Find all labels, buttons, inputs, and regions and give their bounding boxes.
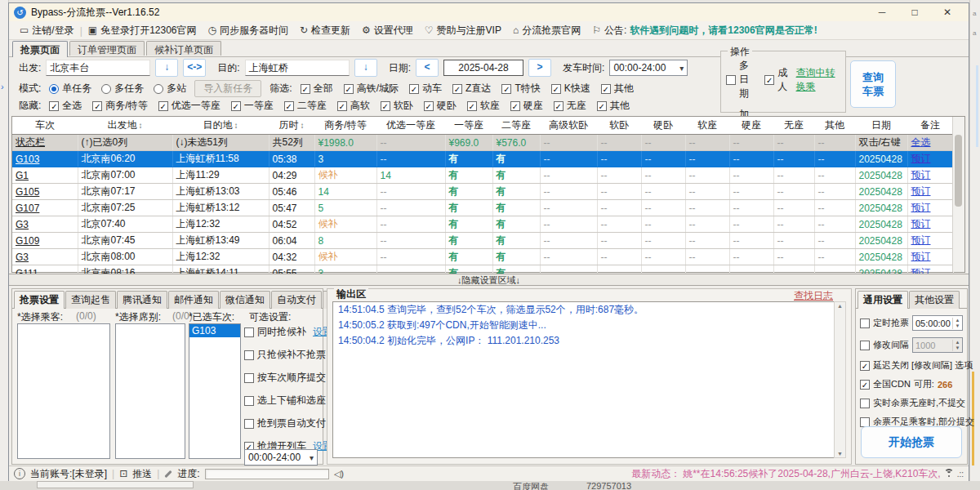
checkbox-同时抢候补[interactable]: 同时抢候补设置 <box>244 325 323 339</box>
train-code-link[interactable]: G107 <box>12 200 78 216</box>
checkbox-其他[interactable]: ✓其他 <box>597 99 630 113</box>
checkbox-box[interactable]: ✓ <box>49 101 59 111</box>
checkbox-box[interactable]: ✓ <box>764 75 774 85</box>
seat-listbox[interactable] <box>115 323 185 459</box>
checkbox-软座[interactable]: ✓软座 <box>467 99 500 113</box>
train-row-G107[interactable]: G107北京南07:25上海虹桥13:1205:475--有有---------… <box>12 200 953 216</box>
checkbox-box[interactable]: ✓ <box>231 101 241 111</box>
checkbox-box[interactable] <box>726 75 736 85</box>
checkbox-抢到票自动支付[interactable]: 抢到票自动支付 <box>244 416 323 430</box>
radio-多站[interactable]: 多站 <box>154 82 186 96</box>
checkbox-只抢候补不抢票[interactable]: 只抢候补不抢票 <box>244 348 323 362</box>
maximize-button[interactable]: □ <box>898 7 931 18</box>
tab-候补订单页面[interactable]: 候补订单页面 <box>146 41 221 56</box>
train-row-G1[interactable]: G1北京南07:00上海11:2904:29候补14有有------------… <box>12 167 953 184</box>
checkbox-box[interactable]: ✓ <box>337 101 347 111</box>
hide-settings-divider[interactable]: ↓隐藏设置区域↓ <box>9 274 969 286</box>
checkbox-box[interactable] <box>860 341 870 350</box>
checkbox-box[interactable] <box>244 350 254 360</box>
checkbox-box[interactable]: ✓ <box>860 361 870 371</box>
checkbox-box[interactable]: ✓ <box>554 101 564 111</box>
train-row-G3[interactable]: G3北京07:40上海12:3204:52候补--有有-------------… <box>12 216 953 233</box>
close-button[interactable]: ✕ <box>931 7 964 18</box>
toolbar-item-免登录打开12306官网[interactable]: ▣免登录打开12306官网 <box>82 24 203 38</box>
column-header-备注[interactable]: 备注 <box>907 117 953 135</box>
checkbox-优选一等座[interactable]: ✓优选一等座 <box>158 99 220 113</box>
column-header-车次[interactable]: 车次 <box>12 117 78 135</box>
checkbox-box[interactable]: ✓ <box>597 101 607 111</box>
train-row-G109[interactable]: G109北京南07:45上海虹桥13:4906:048--有有---------… <box>12 233 953 249</box>
train-code-link[interactable]: G1 <box>12 167 78 184</box>
checkbox-商务/特等[interactable]: ✓商务/特等 <box>92 99 147 113</box>
checkbox-multi-date[interactable]: 多日期 <box>726 59 758 100</box>
toolbar-item-同步服务器时间[interactable]: ◷同步服务器时间 <box>203 24 294 38</box>
sort-icon[interactable]: ↕ <box>301 121 305 130</box>
book-link[interactable]: 预订 <box>907 151 953 167</box>
query-tickets-button[interactable]: 查询 车票 <box>850 60 896 108</box>
checkbox-box[interactable]: ✓ <box>381 101 390 111</box>
train-row-G103[interactable]: G103北京南06:20上海虹桥11:5805:383--有有---------… <box>12 151 953 167</box>
checkbox-box[interactable]: ✓ <box>284 101 294 111</box>
checkbox-box[interactable] <box>244 327 254 337</box>
column-header-软座[interactable]: 软座 <box>685 117 729 135</box>
tab-通用设置[interactable]: 通用设置 <box>858 291 908 309</box>
book-link[interactable]: 预订 <box>907 200 953 216</box>
column-header-其他[interactable]: 其他 <box>814 117 855 135</box>
column-header-硬座[interactable]: 硬座 <box>729 117 773 135</box>
prev-date-button[interactable]: < <box>416 59 439 77</box>
tab-抢票设置[interactable]: 抢票设置 <box>14 291 65 309</box>
status-cell[interactable]: 状态栏 <box>12 135 78 151</box>
spinner-arrows-icon[interactable]: ▲▼ <box>952 318 962 329</box>
table-scrollbar[interactable] <box>952 117 964 272</box>
checkbox-选上下铺和选座[interactable]: 选上下铺和选座 <box>244 394 323 408</box>
checkbox-全部[interactable]: ✓全部 <box>301 82 333 96</box>
book-link[interactable]: 预订 <box>907 249 953 265</box>
checkbox-box[interactable]: ✓ <box>92 101 102 111</box>
train-code-link[interactable]: G3 <box>12 216 78 233</box>
column-header-高级软卧[interactable]: 高级软卧 <box>540 117 597 135</box>
train-code-link[interactable]: G3 <box>12 249 78 265</box>
column-header-硬卧[interactable]: 硬卧 <box>641 117 685 135</box>
column-header-无座[interactable]: 无座 <box>773 117 814 135</box>
checkbox-box[interactable]: ✓ <box>467 101 477 111</box>
checkbox-box[interactable]: ✓ <box>601 84 611 94</box>
toolbar-item-赞助与注册VIP[interactable]: ♡赞助与注册VIP <box>419 24 507 38</box>
date-input[interactable]: 2025-04-28 <box>443 60 523 76</box>
checkbox-硬卧[interactable]: ✓硬卧 <box>424 99 457 113</box>
interval-spinner[interactable]: 1000 ▲▼ <box>912 337 963 353</box>
checkbox-box[interactable]: ✓ <box>301 84 310 94</box>
checkbox-box[interactable] <box>244 396 254 406</box>
passenger-listbox[interactable] <box>17 323 110 459</box>
radio-多任务[interactable]: 多任务 <box>101 82 144 96</box>
train-row-G105[interactable]: G105北京南07:17上海虹桥13:0305:4614--有有--------… <box>12 184 953 200</box>
checkbox-box[interactable] <box>860 399 870 408</box>
checkbox-box[interactable]: ✓ <box>501 84 511 94</box>
radio-dot[interactable] <box>49 84 59 94</box>
tab-腾讯通知[interactable]: 腾讯通知 <box>117 291 167 309</box>
tab-抢票页面[interactable]: 抢票页面 <box>12 41 68 57</box>
depart-time-select[interactable]: 00:00-24:00 ▾ <box>609 60 688 76</box>
column-header-日期[interactable]: 日期 <box>855 117 907 135</box>
checkbox-其他[interactable]: ✓其他 <box>601 82 634 96</box>
checkbox-K快速[interactable]: ✓K快速 <box>551 82 590 96</box>
checkbox-box[interactable]: ✓ <box>551 84 561 94</box>
column-header-软卧[interactable]: 软卧 <box>597 117 641 135</box>
toolbar-item-设置代理[interactable]: ⚙设置代理 <box>356 24 419 38</box>
column-header-目的地[interactable]: 目的地↕ <box>172 117 269 135</box>
toolbar-item-分流抢票官网[interactable]: ⌂分流抢票官网 <box>507 24 586 38</box>
from-station-input[interactable]: 北京丰台 <box>46 60 150 76</box>
checkbox-按车次顺序提交[interactable]: 按车次顺序提交 <box>244 371 323 385</box>
radio-单任务[interactable]: 单任务 <box>49 82 91 96</box>
swap-stations-button[interactable]: <-> <box>183 59 206 77</box>
sort-icon[interactable]: ↕ <box>139 121 143 130</box>
book-link[interactable]: 预订 <box>907 184 953 200</box>
checkbox-box[interactable]: ✓ <box>158 101 168 111</box>
column-header-一等座[interactable]: 一等座 <box>445 117 492 135</box>
checkbox-adult[interactable]: ✓ 成人 <box>764 66 789 94</box>
list-item[interactable]: G103 <box>189 324 240 337</box>
from-dropdown-button[interactable]: ↓ <box>155 59 178 77</box>
tab-订单管理页面[interactable]: 订单管理页面 <box>69 41 145 56</box>
spinner-arrows-icon[interactable]: ▲▼ <box>952 340 962 351</box>
speaker-icon[interactable]: ◁) <box>334 469 344 479</box>
checkbox-box[interactable] <box>860 417 870 427</box>
